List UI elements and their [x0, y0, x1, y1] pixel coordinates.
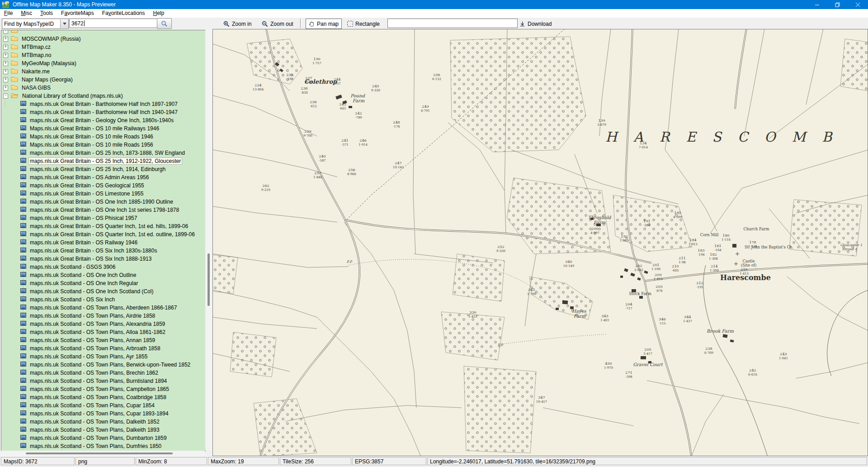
map-label: Gloucester 1	[840, 243, 863, 247]
pan-map-button[interactable]: Pan map	[306, 19, 342, 29]
tree-item[interactable]: maps.nls.uk Scotland - OS Six Inch	[1, 295, 205, 304]
tree-item[interactable]: maps.nls.uk Scotland - OS Town Plans, Cu…	[1, 410, 205, 418]
rectangle-button[interactable]: Rectangle	[344, 19, 383, 29]
tree-vertical-scrollbar[interactable]	[205, 30, 212, 450]
tree-item[interactable]: maps.nls.uk Great Britain - Bartholomew …	[1, 108, 205, 116]
expand-icon[interactable]: +	[3, 37, 8, 42]
tree-item[interactable]: Maps.nls.uk Great Britain - OS 10 mile R…	[1, 124, 205, 133]
close-button[interactable]	[848, 0, 868, 9]
maps-tree[interactable]: ++MOSCOWMAP (Russia)+MTBmap.cz+MTBmap.no…	[1, 30, 206, 451]
tree-item[interactable]: maps.nls.uk Scotland - OS Town Plans, Co…	[1, 393, 205, 401]
tree-item[interactable]: maps.nls.uk Great Britain - OS Quarter I…	[1, 222, 205, 230]
tree-item[interactable]: -National Library of Scotland (maps.nls.…	[1, 92, 205, 100]
tree-item[interactable]: maps.nls.uk Scotland - OS Town Plans, Be…	[1, 361, 205, 369]
menu-item-favoritelocations[interactable]: FavoriteLocations	[98, 9, 149, 18]
map-layer-icon	[20, 345, 26, 350]
tree-item[interactable]: maps.nls.uk Great Britain - OS Six Inch …	[1, 255, 205, 263]
expand-icon[interactable]: +	[3, 86, 8, 91]
tree-item[interactable]: maps.nls.uk Scotland - OS Town Plans, Da…	[1, 426, 205, 434]
tree-item-label: maps.nls.uk Great Britain - OS 25 Inch, …	[29, 150, 186, 156]
dropdown-arrow-icon[interactable]	[60, 19, 68, 28]
tree-item[interactable]: maps.nls.uk Scotland - OS One Inch Regul…	[1, 279, 205, 287]
status-format: png	[75, 457, 135, 465]
tree-item[interactable]: maps.nls.uk Scotland - OS Town Plans, An…	[1, 336, 205, 344]
tree-item[interactable]: maps.nls.uk Scotland - OS One Inch Outli…	[1, 271, 205, 279]
tree-item-label: maps.nls.uk Scotland - OS Town Plans, Du…	[29, 443, 162, 449]
tree-item[interactable]: +MOSCOWMAP (Russia)	[1, 35, 205, 43]
download-button[interactable]: Download	[516, 19, 555, 29]
title-bar: Offline Map Maker 8.350 - Maps Previewer	[0, 0, 868, 9]
tree-item[interactable]: maps.nls.uk Great Britain - OS Six Inch …	[1, 247, 205, 255]
tree-item[interactable]: maps.nls.uk Great Britain - OS 25 Inch, …	[1, 165, 205, 173]
tree-item[interactable]: maps.nls.uk Great Britain - OS Phisical …	[1, 214, 205, 222]
search-button[interactable]	[157, 18, 172, 29]
tree-item[interactable]: maps.nls.uk Great Britain - OS Admin Are…	[1, 173, 205, 181]
zoom-in-button[interactable]: Zoom in	[220, 19, 255, 29]
map-layer-icon	[20, 101, 26, 106]
tree-item[interactable]: maps.nls.uk Scotland - OS Town Plans, Al…	[1, 320, 205, 328]
tree-item[interactable]: maps.nls.uk Scotland - OS Town Plans, Al…	[1, 328, 205, 336]
tree-item[interactable]: maps.nls.uk Great Britain - OS Limestone…	[1, 190, 205, 198]
tree-item[interactable]: +Napr Maps (Georgia)	[1, 76, 205, 84]
menu-item-misc[interactable]: Misc	[17, 9, 36, 18]
restore-button[interactable]	[827, 0, 848, 9]
tree-item[interactable]: maps.nls.uk Great Britain - OS Geologica…	[1, 181, 205, 190]
tree-item[interactable]: +MyGeoMap (Malaysia)	[1, 59, 205, 67]
tree-item[interactable]: maps.nls.uk Scotland - OS Town Plans, Cu…	[1, 401, 205, 410]
tree-item[interactable]: +NASA GIBS	[1, 84, 205, 92]
tree-item-label: maps.nls.uk Scotland - OS Town Plans, Ay…	[29, 353, 148, 360]
expand-icon[interactable]: +	[3, 61, 8, 66]
tree-horizontal-scrollbar-thumb[interactable]	[26, 453, 173, 454]
tree-horizontal-scrollbar[interactable]	[1, 451, 205, 456]
tree-item[interactable]: maps.nls.uk Scotland - OS Town Plans, Ca…	[1, 385, 205, 393]
tree-item[interactable]: maps.nls.uk Scotland - OS Town Plans, Br…	[1, 369, 205, 377]
tree-item[interactable]: maps.nls.uk Great Britain - OS Quarter I…	[1, 230, 205, 238]
collapse-icon[interactable]: -	[3, 94, 8, 99]
tree-item[interactable]: maps.nls.uk Great Britain - OS 25 Inch, …	[1, 149, 205, 157]
tree-item-label: maps.nls.uk Great Britain - OS Admin Are…	[29, 174, 150, 181]
tree-item[interactable]: maps.nls.uk Great Britain - OS One Inch …	[1, 198, 205, 206]
minimize-button[interactable]	[807, 0, 827, 9]
tree-item[interactable]: +	[1, 30, 205, 35]
map-preview-canvas[interactable]: ColethropPoundFarmThresholdFarmHayesFarm…	[212, 29, 868, 456]
tree-item[interactable]: maps.nls.uk Great Britain - Geology One …	[1, 116, 205, 124]
find-mode-dropdown[interactable]: Find by MapsTypeID	[2, 19, 69, 29]
zoom-out-button[interactable]: Zoom out	[259, 19, 297, 29]
expand-icon[interactable]: +	[3, 69, 8, 74]
tree-item[interactable]: maps.nls.uk Scotland - OS Town Plans, Du…	[1, 442, 205, 450]
tree-item[interactable]: maps.nls.uk Great Britain - OS Railway 1…	[1, 238, 205, 247]
tree-item[interactable]: +MTBmap.no	[1, 51, 205, 59]
map-layer-icon	[20, 166, 26, 171]
expand-icon[interactable]: +	[3, 53, 8, 58]
tree-item[interactable]: maps.nls.uk Great Britain - OS One Inch …	[1, 206, 205, 214]
menu-item-tools[interactable]: Tools	[36, 9, 57, 18]
tree-item[interactable]: maps.nls.uk Scotland - OS Town Plans, Ai…	[1, 312, 205, 320]
tree-item[interactable]: +MTBmap.cz	[1, 43, 205, 51]
map-layer-icon	[20, 394, 26, 399]
tree-item-selected[interactable]: maps.nls.uk Great Britain - OS 25 Inch, …	[1, 157, 205, 165]
expand-icon[interactable]: +	[3, 77, 8, 82]
tree-item[interactable]: maps.nls.uk Scotland - OS Town Plans, Ay…	[1, 353, 205, 361]
menu-item-favoritemaps[interactable]: FavoriteMaps	[57, 9, 98, 18]
tree-item[interactable]: maps.nls.uk Scotland - OS Town Plans, Bu…	[1, 377, 205, 385]
tree-item[interactable]: maps.nls.uk Scotland - GSGS 3906	[1, 263, 205, 271]
tree-item[interactable]: +Nakarte.me	[1, 67, 205, 76]
toolbar-input[interactable]	[387, 19, 518, 28]
tree-item[interactable]: Maps.nls.uk Great Britain - OS 10 mile R…	[1, 141, 205, 149]
tree-item[interactable]: maps.nls.uk Scotland - OS One Inch Scotl…	[1, 287, 205, 295]
tree-item[interactable]: Maps.nls.uk Great Britain - OS 10 mile R…	[1, 133, 205, 141]
tree-item[interactable]: maps.nls.uk Scotland - OS Town Plans, Da…	[1, 418, 205, 426]
map-label: Gravel Court	[633, 362, 663, 367]
map-layer-icon	[20, 305, 26, 310]
tree-item[interactable]: maps.nls.uk Great Britain - Bartholomew …	[1, 100, 205, 108]
expand-icon[interactable]: +	[3, 30, 8, 33]
status-epsg: EPSG:3857	[352, 457, 426, 465]
expand-icon[interactable]: +	[3, 45, 8, 50]
tree-item[interactable]: maps.nls.uk Scotland - OS Town Plans, Ab…	[1, 304, 205, 312]
menu-item-help[interactable]: Help	[149, 9, 169, 18]
find-input[interactable]: 3672	[69, 19, 158, 28]
tree-vertical-scrollbar-thumb[interactable]	[208, 253, 210, 306]
tree-item[interactable]: maps.nls.uk Scotland - OS Town Plans, Du…	[1, 434, 205, 442]
tree-item[interactable]: maps.nls.uk Scotland - OS Town Plans, Ar…	[1, 344, 205, 353]
menu-item-file[interactable]: File	[0, 9, 17, 18]
